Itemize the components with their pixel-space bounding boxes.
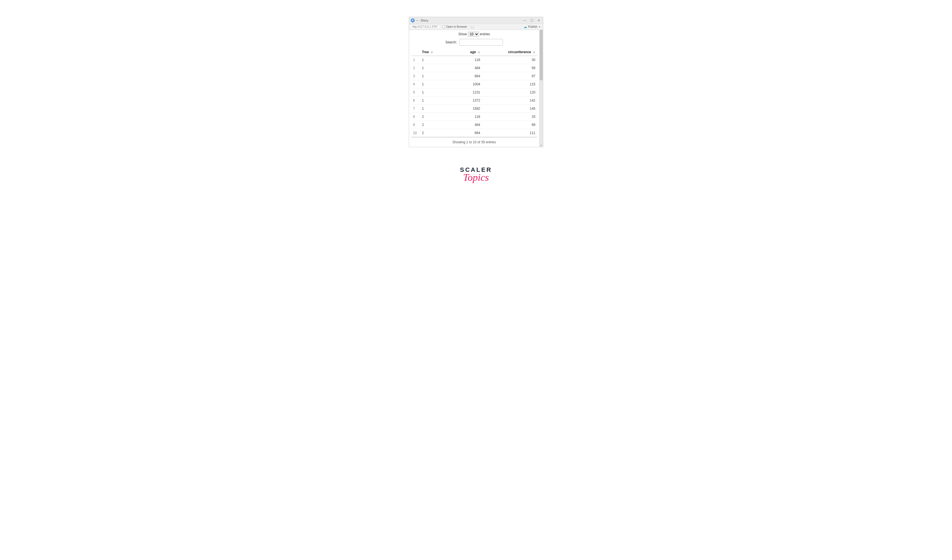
table-cell: 1582 [440,105,482,113]
brand-logo: SCALER Topics [460,167,492,182]
table-cell: 2 [420,121,440,129]
col-index[interactable] [411,48,420,56]
table-cell: 120 [482,88,537,97]
table-cell: 3 [411,72,420,80]
table-cell: 1 [420,97,440,105]
table-row: 511231120 [411,88,537,97]
table-row: 3166487 [411,72,537,80]
show-label-suffix: entries [480,32,490,36]
table-row: 2148458 [411,64,537,72]
table-cell: 9 [411,121,420,129]
table-row: 711582145 [411,105,537,113]
search-control: Search: [411,39,537,46]
col-age[interactable]: age ▲▼ [440,48,482,56]
publish-label: Publish [528,25,537,28]
table-cell: 1 [411,56,420,64]
table-footer-info: Showing 1 to 10 of 35 entries [411,137,537,144]
table-cell: 10 [411,129,420,137]
sort-icon: ▲▼ [533,51,535,54]
chevron-down-icon: ▾ [539,25,540,28]
table-cell: 115 [482,80,537,88]
window-title: ~ - Shiny [416,19,523,22]
table-cell: 2 [411,64,420,72]
show-entries-control: Show 10 entries [411,32,537,37]
table-cell: 1 [420,80,440,88]
scrollbar[interactable]: ▾ [539,30,543,147]
table-cell: 87 [482,72,537,80]
viewport: Show 10 entries Search: Tree ▲▼ [409,30,543,147]
table-cell: 484 [440,121,482,129]
table-cell: 1231 [440,88,482,97]
scroll-down-icon[interactable]: ▾ [539,144,543,147]
scrollbar-thumb[interactable] [540,30,542,80]
show-label-prefix: Show [458,32,467,36]
data-table: Tree ▲▼ age ▲▼ circumference ▲▼ 11118 [411,48,537,137]
open-in-browser-button[interactable]: Open in Browser [441,25,468,29]
toolbar: http://127.0.0.1:3797 Open in Browser ☁ … [409,24,543,30]
table-cell: 1 [420,105,440,113]
publish-icon: ☁ [524,25,527,29]
table-cell: 664 [440,72,482,80]
table-cell: 1004 [440,80,482,88]
table-cell: 2 [420,113,440,121]
close-icon[interactable]: ✕ [537,19,540,22]
url-field[interactable]: http://127.0.0.1:3797 [410,25,440,29]
table-cell: 1 [420,72,440,80]
shiny-app-window: R ~ - Shiny — ☐ ✕ http://127.0.0.1:3797 … [409,17,543,147]
refresh-icon [471,25,474,28]
table-cell: 33 [482,113,537,121]
table-cell: 69 [482,121,537,129]
search-input[interactable] [459,39,503,46]
table-cell: 6 [411,97,420,105]
open-in-browser-label: Open in Browser [446,25,467,28]
table-row: 611372142 [411,97,537,105]
table-cell: 111 [482,129,537,137]
sort-icon: ▲▼ [431,51,433,54]
entries-select[interactable]: 10 [468,32,479,37]
table-cell: 30 [482,56,537,64]
table-cell: 484 [440,64,482,72]
table-cell: 8 [411,113,420,121]
table-cell: 142 [482,97,537,105]
window-controls: — ☐ ✕ [523,19,541,22]
minimize-icon[interactable]: — [523,19,526,22]
refresh-button[interactable] [470,25,475,29]
table-cell: 2 [420,129,440,137]
table-row: 102664111 [411,129,537,137]
table-cell: 664 [440,129,482,137]
browser-icon [442,25,445,28]
table-cell: 118 [440,113,482,121]
col-tree[interactable]: Tree ▲▼ [420,48,440,56]
table-cell: 4 [411,80,420,88]
sort-icon: ▲▼ [478,51,480,54]
table-cell: 5 [411,88,420,97]
table-row: 8211833 [411,113,537,121]
table-cell: 1372 [440,97,482,105]
table-cell: 1 [420,56,440,64]
maximize-icon[interactable]: ☐ [530,19,533,22]
publish-button[interactable]: ☁ Publish ▾ [522,25,542,29]
table-row: 411004115 [411,80,537,88]
table-cell: 145 [482,105,537,113]
col-circumference[interactable]: circumference ▲▼ [482,48,537,56]
titlebar: R ~ - Shiny — ☐ ✕ [409,17,543,24]
brand-line2: Topics [460,173,492,182]
search-label: Search: [445,40,457,44]
table-cell: 58 [482,64,537,72]
table-cell: 1 [420,64,440,72]
table-cell: 1 [420,88,440,97]
table-row: 1111830 [411,56,537,64]
table-cell: 118 [440,56,482,64]
content-area: Show 10 entries Search: Tree ▲▼ [409,30,539,147]
table-cell: 7 [411,105,420,113]
r-icon: R [411,19,415,22]
table-row: 9248469 [411,121,537,129]
